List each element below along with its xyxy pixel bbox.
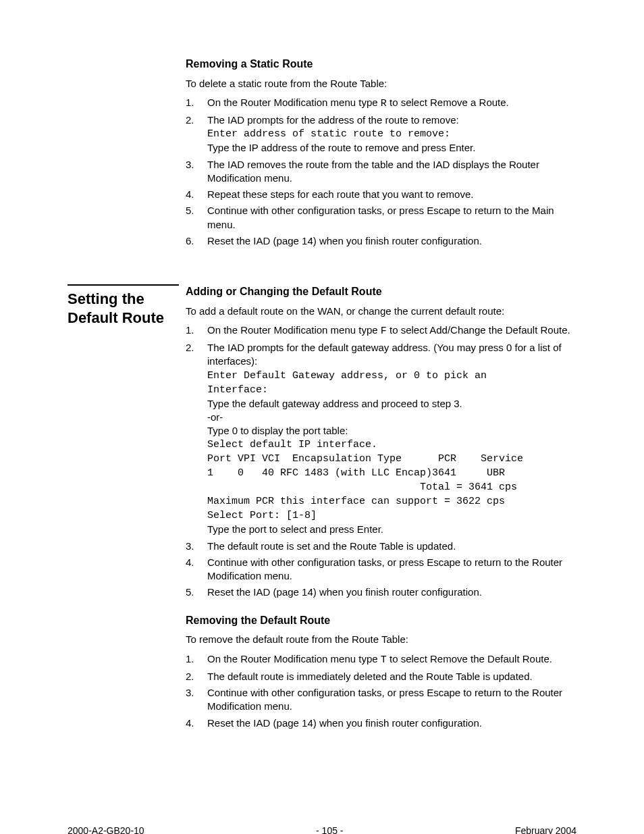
list-item: Repeat these steps for each route that y… — [186, 188, 576, 201]
list-item: On the Router Modification menu type R t… — [186, 96, 576, 111]
steps-list: On the Router Modification menu type T t… — [186, 652, 576, 730]
heading-removing-default-route: Removing the Default Route — [186, 613, 576, 628]
steps-list: On the Router Modification menu type R t… — [186, 96, 576, 248]
footer-left: 2000-A2-GB20-10 — [68, 825, 144, 834]
list-item: Continue with other configuration tasks,… — [186, 686, 576, 714]
list-item: Continue with other configuration tasks,… — [186, 204, 576, 232]
list-item: On the Router Modification menu type T t… — [186, 652, 576, 667]
list-item: Reset the IAD (page 14) when you finish … — [186, 716, 576, 730]
heading-removing-static-route: Removing a Static Route — [186, 57, 576, 72]
list-item: The IAD prompts for the default gateway … — [186, 341, 576, 537]
page-footer: 2000-A2-GB20-10 - 105 - February 2004 — [68, 825, 576, 834]
footer-center: - 105 - — [316, 825, 343, 834]
list-item: The IAD prompts for the address of the r… — [186, 113, 576, 155]
intro-text: To delete a static route from the Route … — [186, 77, 576, 90]
intro-text: To remove the default route from the Rou… — [186, 633, 576, 646]
section-setting-default-route: Setting the Default Route Adding or Chan… — [68, 284, 576, 744]
list-item: Continue with other configuration tasks,… — [186, 556, 576, 583]
intro-text: To add a default route on the WAN, or ch… — [186, 305, 576, 318]
list-item: The default route is immediately deleted… — [186, 670, 576, 683]
footer-right: February 2004 — [515, 825, 576, 834]
heading-adding-changing-default-route: Adding or Changing the Default Route — [186, 284, 576, 299]
list-item: The IAD removes the route from the table… — [186, 158, 576, 186]
list-item: Reset the IAD (page 14) when you finish … — [186, 585, 576, 599]
section-removing-static-route: Removing a Static Route To delete a stat… — [68, 57, 576, 261]
list-item: On the Router Modification menu type F t… — [186, 323, 576, 338]
list-item: Reset the IAD (page 14) when you finish … — [186, 234, 576, 248]
steps-list: On the Router Modification menu type F t… — [186, 323, 576, 600]
side-heading: Setting the Default Route — [68, 284, 179, 327]
list-item: The default route is set and the Route T… — [186, 540, 576, 553]
